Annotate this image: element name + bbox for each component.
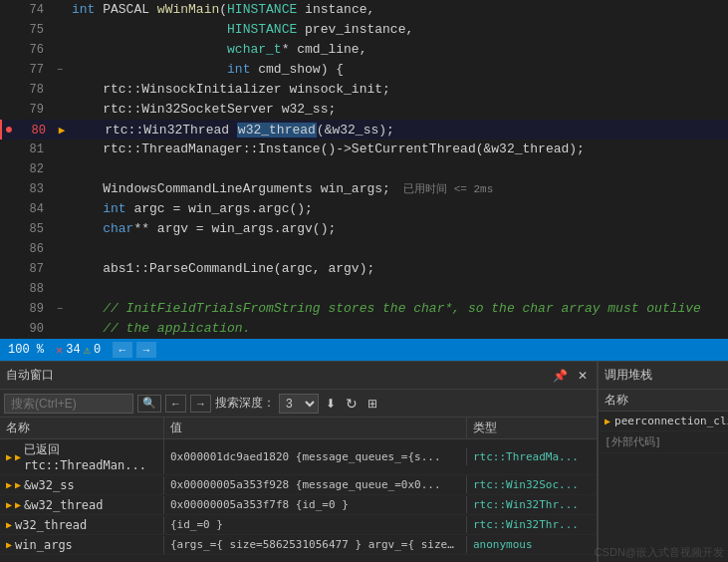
warn-icon: ⚠: [84, 343, 91, 358]
call-stack-col-header: 名称: [599, 390, 728, 412]
arrow-icon-3: ▶: [6, 499, 12, 510]
var-name-5: ▶ win_args: [0, 536, 164, 554]
code-line-89: 89 − // InitFieldTrialsFromString stores…: [0, 299, 728, 319]
error-count-group: ✕ 34 ⚠ 0: [56, 343, 101, 358]
arrow-icon-4: ▶: [6, 519, 12, 530]
var-type-3: rtc::Win32Thr...: [467, 496, 597, 513]
refresh-btn[interactable]: ↻: [343, 394, 361, 414]
code-line-82: 82: [0, 159, 728, 179]
code-line-74: 74 int PASCAL wWinMain(HINSTANCE instanc…: [0, 0, 728, 20]
search-bar: 🔍 ← → 搜索深度： 3 1 2 4 5 ⬇ ↻ ⊞: [0, 390, 597, 418]
close-panel-button[interactable]: ✕: [575, 367, 591, 385]
auto-panel-title: 自动窗口: [6, 367, 54, 384]
col-header-value: 值: [164, 418, 467, 438]
call-stack-item[interactable]: ▶ peerconnection_clie...: [599, 412, 728, 431]
search-depth-label: 搜索深度：: [215, 395, 275, 412]
call-stack-panel: 调用堆栈 名称 ▶ peerconnection_clie... [外部代码]: [599, 362, 728, 562]
pin-button[interactable]: 📌: [550, 367, 571, 385]
call-stack-name-col: 名称: [599, 390, 634, 411]
arrow-icon-2: ▶: [6, 479, 12, 490]
code-line-83: 83 WindowsCommandLineArguments win_args;…: [0, 179, 728, 199]
nav-buttons: ← →: [113, 342, 156, 358]
var-row[interactable]: ▶ ▶ &w32_thread 0x00000005a353f7f8 {id_=…: [0, 495, 597, 515]
var-value-1: 0x000001dc9aed1820 {message_queues_={s..…: [164, 448, 467, 465]
var-type-5: anonymous: [467, 536, 597, 553]
warn-count: 0: [94, 343, 101, 357]
search-forward-btn[interactable]: →: [190, 395, 211, 413]
depth-options-btn[interactable]: ⬇: [323, 395, 339, 413]
arrow-icon-5: ▶: [6, 539, 12, 550]
var-table-header: 名称 值 类型: [0, 418, 597, 439]
call-stack-header: 调用堆栈: [599, 362, 728, 390]
auto-panel: 自动窗口 📌 ✕ 🔍 ← → 搜索深度： 3 1 2 4 5: [0, 362, 599, 562]
code-line-75: 75 HINSTANCE prev_instance,: [0, 20, 728, 40]
call-stack-table: ▶ peerconnection_clie... [外部代码]: [599, 412, 728, 562]
auto-panel-header: 自动窗口 📌 ✕: [0, 362, 597, 390]
grid-btn[interactable]: ⊞: [364, 395, 380, 413]
var-name-4: ▶ w32_thread: [0, 516, 164, 534]
code-line-79: 79 rtc::Win32SocketServer w32_ss;: [0, 100, 728, 120]
code-editor: 74 int PASCAL wWinMain(HINSTANCE instanc…: [0, 0, 728, 339]
var-row[interactable]: ▶ ▶ &w32_ss 0x00000005a353f928 {message_…: [0, 475, 597, 495]
var-table: ▶ ▶ 已返回 rtc::ThreadMan... 0x000001dc9aed…: [0, 439, 597, 562]
var-type-1: rtc::ThreadMa...: [467, 448, 597, 465]
arrow-icon-1b: ▶: [15, 451, 21, 462]
var-value-3: 0x00000005a353f7f8 {id_=0 }: [164, 496, 467, 513]
line-content-74: int PASCAL wWinMain(HINSTANCE instance,: [68, 0, 728, 20]
var-name-3: ▶ ▶ &w32_thread: [0, 496, 164, 514]
code-line-84: 84 int argc = win_args.argc();: [0, 199, 728, 219]
code-line-90: 90 // the application.: [0, 319, 728, 339]
arrow-icon-2b: ▶: [15, 479, 21, 490]
code-line-76: 76 wchar_t* cmd_line,: [0, 40, 728, 60]
var-value-2: 0x00000005a353f928 {message_queue_=0x0..…: [164, 476, 467, 493]
external-code-label: [外部代码]: [605, 434, 661, 449]
code-line-88: 88: [0, 279, 728, 299]
var-type-2: rtc::Win32Soc...: [467, 476, 597, 493]
var-row[interactable]: ▶ win_args {args_={ size=5862531056477 }…: [0, 535, 597, 555]
var-type-4: rtc::Win32Thr...: [467, 516, 597, 533]
code-line-78: 78 rtc::WinsockInitializer winsock_init;: [0, 80, 728, 100]
back-button[interactable]: ←: [113, 342, 132, 358]
var-name-1: ▶ ▶ 已返回 rtc::ThreadMan...: [0, 439, 164, 474]
error-count: 34: [66, 343, 80, 357]
var-row[interactable]: ▶ w32_thread {id_=0 } rtc::Win32Thr...: [0, 515, 597, 535]
col-header-type: 类型: [467, 418, 597, 438]
var-row[interactable]: ▶ ▶ 已返回 rtc::ThreadMan... 0x000001dc9aed…: [0, 439, 597, 475]
call-stack-title: 调用堆栈: [605, 367, 652, 384]
depth-select[interactable]: 3 1 2 4 5: [279, 394, 319, 414]
code-line-81: 81 rtc::ThreadManager::Instance()->SetCu…: [0, 140, 728, 159]
search-back-btn[interactable]: ←: [165, 395, 186, 413]
search-icon-btn[interactable]: 🔍: [137, 395, 161, 413]
arrow-icon-3b: ▶: [15, 499, 21, 510]
code-line-85: 85 char** argv = win_args.argv();: [0, 219, 728, 239]
code-line-86: 86: [0, 239, 728, 259]
arrow-icon-1: ▶: [6, 451, 12, 462]
var-name-2: ▶ ▶ &w32_ss: [0, 476, 164, 494]
var-value-4: {id_=0 }: [164, 516, 467, 533]
code-line-80: ● 80 ▶ rtc::Win32Thread w32_thread(&w32_…: [0, 120, 728, 140]
col-header-name: 名称: [0, 418, 164, 438]
call-stack-item-external[interactable]: [外部代码]: [599, 431, 728, 453]
panel-header-icons: 📌 ✕: [550, 367, 591, 385]
code-line-77: 77 − int cmd_show) {: [0, 60, 728, 80]
code-line-87: 87 abs1::ParseCommandLine(argc, argv);: [0, 259, 728, 279]
search-input[interactable]: [4, 394, 133, 414]
call-stack-func-1: peerconnection_clie...: [614, 415, 728, 427]
zoom-level: 100 %: [8, 343, 44, 357]
status-bar: 100 % ✕ 34 ⚠ 0 ← →: [0, 339, 728, 361]
call-arrow-1: ▶: [605, 416, 610, 426]
var-value-5: {args_={ size=5862531056477 } argv_={ si…: [164, 536, 467, 553]
error-icon: ✕: [56, 343, 63, 358]
line-num-74: 74: [14, 0, 52, 20]
forward-button[interactable]: →: [136, 342, 156, 358]
bottom-panel: 自动窗口 📌 ✕ 🔍 ← → 搜索深度： 3 1 2 4 5: [0, 361, 728, 562]
